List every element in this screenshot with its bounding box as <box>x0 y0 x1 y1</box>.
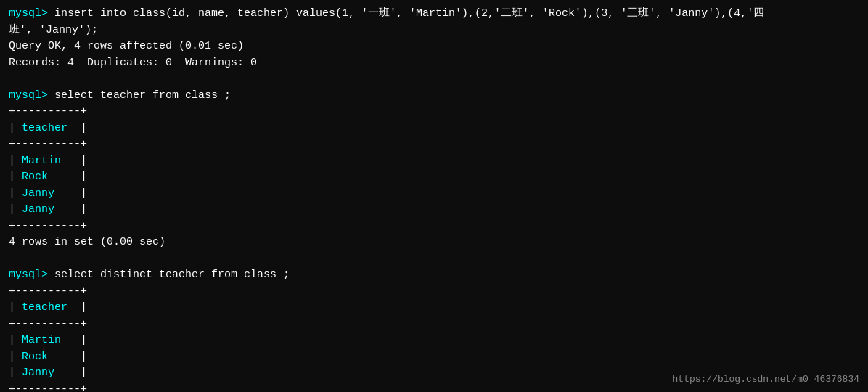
table-row-rock-1: | Rock | <box>9 169 859 186</box>
result-rows-1: 4 rows in set (0.00 sec) <box>9 234 859 251</box>
insert-command-line2: 班', 'Janny'); <box>9 23 859 39</box>
table-row-janny-1: | Janny | <box>9 186 859 203</box>
query-ok-line: Query OK, 4 rows affected (0.01 sec) <box>9 38 859 55</box>
terminal: mysql> insert into class(id, name, teach… <box>9 6 859 386</box>
table-border-top-2: +----------+ <box>9 284 859 301</box>
blank-line-1 <box>9 71 859 88</box>
table-row-martin-2: | Martin | <box>9 332 859 349</box>
records-info-line: Records: 4 Duplicates: 0 Warnings: 0 <box>9 55 859 72</box>
table-row-martin-1: | Martin | <box>9 153 859 170</box>
table-header-2: | teacher | <box>9 300 859 317</box>
table-header-1: | teacher | <box>9 121 859 137</box>
table-row-rock-2: | Rock | <box>9 349 859 366</box>
select-command-1: mysql> select teacher from class ; <box>9 88 859 105</box>
insert-command-line1: mysql> insert into class(id, name, teach… <box>9 6 859 23</box>
table-border-mid-1: +----------+ <box>9 136 859 153</box>
watermark: https://blog.csdn.net/m0_46376834 <box>673 374 859 385</box>
table-border-mid-2: +----------+ <box>9 317 859 333</box>
table-border-bottom-1: +----------+ <box>9 219 859 235</box>
table-row-janny-2: | Janny | <box>9 202 859 219</box>
select-distinct-command: mysql> select distinct teacher from clas… <box>9 267 859 284</box>
blank-line-2 <box>9 251 859 268</box>
table-border-top-1: +----------+ <box>9 104 859 121</box>
